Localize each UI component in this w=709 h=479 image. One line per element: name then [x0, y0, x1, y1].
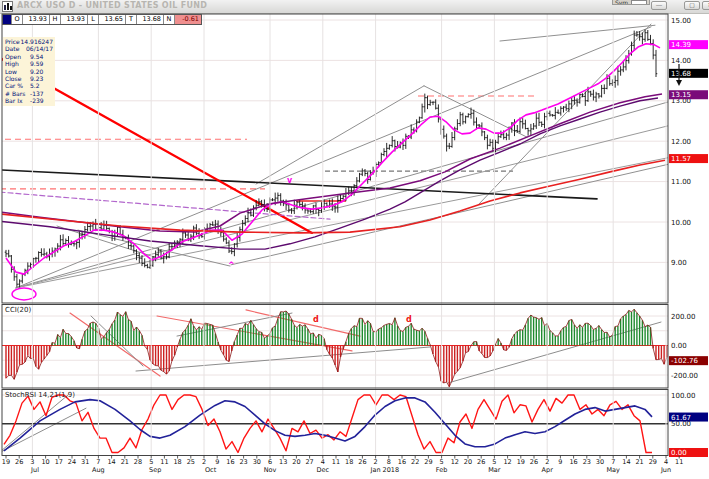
axis-chip-label: 11.57 — [671, 155, 691, 163]
marker-annotation: v — [287, 176, 293, 185]
axis-label: -200.00 — [671, 372, 698, 380]
month-label: May — [606, 466, 620, 474]
date-tick-label: 20 — [292, 458, 300, 466]
month-label: Mar — [488, 466, 501, 474]
month-label: Feb — [436, 466, 448, 474]
date-tick-label: 23 — [239, 458, 247, 466]
date-tick-label: 25 — [187, 458, 195, 466]
quote-bar: O13.93H13.93L13.65T13.68N-0.61 — [2, 14, 202, 25]
quote-field-value: -0.61 — [175, 15, 201, 24]
date-tick-label: 29 — [424, 458, 432, 466]
cci-pane-title: CCI(20) — [5, 306, 31, 314]
tooltip-row: Date06/14/17 — [5, 45, 53, 52]
date-tick-label: 16 — [569, 458, 577, 466]
tooltip-row: # Bars-137 — [5, 90, 53, 97]
data-tooltip: Price14.916247Date06/14/17Open9.54High9.… — [3, 37, 55, 106]
month-label: Dec — [317, 466, 330, 474]
cci-pane[interactable] — [2, 309, 668, 387]
quote-field-label: N — [163, 15, 175, 24]
marker-annotation: ^ — [228, 261, 235, 270]
date-tick-label: 26 — [477, 458, 485, 466]
axis-label: 200.00 — [671, 313, 696, 321]
stoch-pane[interactable] — [2, 395, 668, 453]
date-tick-label: 19 — [517, 458, 525, 466]
date-tick-label: 12 — [451, 458, 459, 466]
cci-bars-negative — [6, 346, 667, 387]
date-tick-label: 11 — [675, 458, 683, 466]
month-label: Jul — [30, 466, 39, 474]
axis-label: 10.00 — [671, 219, 691, 227]
marker-annotation: d — [406, 315, 412, 324]
date-tick-label: 19 — [2, 458, 10, 466]
axis-label: 0.00 — [671, 342, 687, 350]
date-tick-label: 28 — [134, 458, 142, 466]
quote-field-value: 13.93 — [23, 15, 49, 24]
date-tick-label: 14 — [622, 458, 630, 466]
axis-label: 100.00 — [671, 392, 696, 400]
axis-label: 11.00 — [671, 178, 691, 186]
date-tick-label: 22 — [411, 458, 419, 466]
chart-canvas[interactable]: ^vddCCI(20)StochRSI 14,21(1,9)15.0014.00… — [0, 0, 709, 479]
date-tick-label: 13 — [279, 458, 287, 466]
date-tick-label: 10 — [41, 458, 49, 466]
tooltip-row: Price14.916247 — [5, 38, 53, 45]
axis-chip-label: 14.39 — [671, 41, 691, 49]
tooltip-row: Low9.20 — [5, 68, 53, 75]
month-label: Apr — [542, 466, 554, 474]
cci-bars-positive — [52, 309, 650, 345]
chart-window: ARCX USO D - UNITED STATES OIL FUND — ▢ … — [0, 0, 709, 479]
ema-fast-line — [6, 44, 660, 274]
axis-label: 12.00 — [671, 138, 691, 146]
date-tick-label: 18 — [173, 458, 181, 466]
price-pane[interactable] — [0, 20, 709, 300]
date-tick-label: 26 — [15, 458, 23, 466]
date-tick-label: 30 — [253, 458, 261, 466]
date-tick-label: 26 — [530, 458, 538, 466]
axis-label: 15.00 — [671, 17, 691, 25]
date-tick-label: 12 — [503, 458, 511, 466]
axis-chip-label: -102.76 — [671, 357, 699, 365]
quote-marker — [3, 15, 11, 24]
quote-field-label: L — [87, 15, 99, 24]
month-label: Sep — [149, 466, 161, 474]
month-label: Jan 2018 — [370, 466, 400, 474]
month-label: Aug — [92, 466, 105, 474]
date-tick-label: 18 — [345, 458, 353, 466]
stoch-pane-title: StochRSI 14,21(1,9) — [5, 391, 75, 399]
date-tick-label: 9 — [558, 458, 562, 466]
date-tick-label: 30 — [596, 458, 604, 466]
date-tick-label: 11 — [332, 458, 340, 466]
date-tick-label: 21 — [121, 458, 129, 466]
date-tick-label: 14 — [107, 458, 115, 466]
axis-chip-label: 13.15 — [671, 91, 691, 99]
date-tick-label: 20 — [464, 458, 472, 466]
date-tick-label: 29 — [649, 458, 657, 466]
quote-field-value: 13.65 — [99, 15, 125, 24]
tooltip-row: Car %5.2 — [5, 82, 53, 89]
marker-annotation: d — [313, 315, 319, 324]
date-tick-label: 21 — [635, 458, 643, 466]
quote-field-label: O — [11, 15, 23, 24]
month-label: Nov — [264, 466, 277, 474]
axis-chip-label: 0.00 — [671, 449, 687, 457]
tooltip-row: Open9.54 — [5, 53, 53, 60]
date-tick-label: 31 — [81, 458, 89, 466]
date-tick-label: 27 — [305, 458, 313, 466]
date-tick-label: 11 — [160, 458, 168, 466]
quote-field-label: T — [125, 15, 137, 24]
tooltip-row: High9.59 — [5, 60, 53, 67]
axis-chip-label: 61.67 — [671, 414, 691, 422]
quote-field-value: 13.68 — [137, 15, 163, 24]
tooltip-row: Bar Ix-239 — [5, 97, 53, 104]
date-tick-label: 17 — [55, 458, 63, 466]
date-tick-label: 26 — [358, 458, 366, 466]
quote-field-value: 13.93 — [61, 15, 87, 24]
axis-label: 9.00 — [671, 259, 687, 267]
quote-field-label: H — [49, 15, 61, 24]
tooltip-row: Close9.23 — [5, 75, 53, 82]
month-label: Oct — [205, 466, 217, 474]
date-tick-label: 23 — [583, 458, 591, 466]
date-tick-label: 16 — [226, 458, 234, 466]
date-tick-label: 24 — [68, 458, 76, 466]
axis-label: 14.00 — [671, 57, 691, 65]
